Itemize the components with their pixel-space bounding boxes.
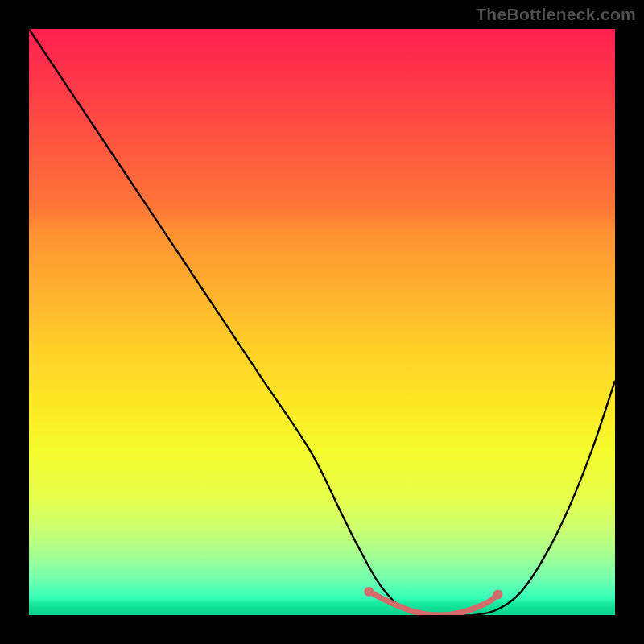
curve-layer <box>29 29 615 615</box>
bottleneck-curve <box>29 29 615 615</box>
accent-dot-right <box>493 590 502 600</box>
accent-dot-left <box>364 587 374 597</box>
credit-text: TheBottleneck.com <box>476 5 636 24</box>
chart-stage: TheBottleneck.com <box>0 0 644 644</box>
plot-area <box>29 29 615 615</box>
